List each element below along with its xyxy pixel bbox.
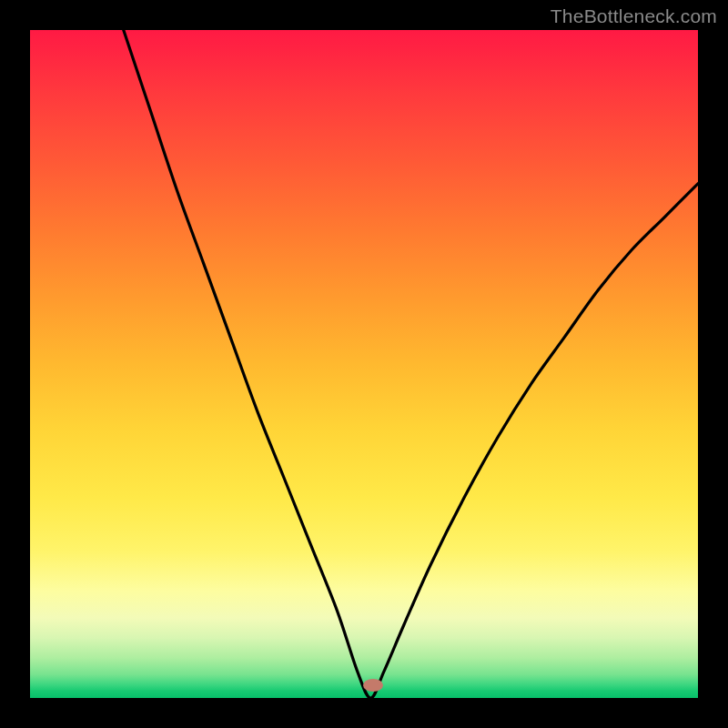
watermark-text: TheBottleneck.com xyxy=(551,5,717,27)
chart-frame: TheBottleneck.com xyxy=(0,0,728,728)
optimal-marker-icon xyxy=(363,679,383,692)
bottleneck-curve xyxy=(30,30,698,698)
plot-area xyxy=(30,30,698,698)
